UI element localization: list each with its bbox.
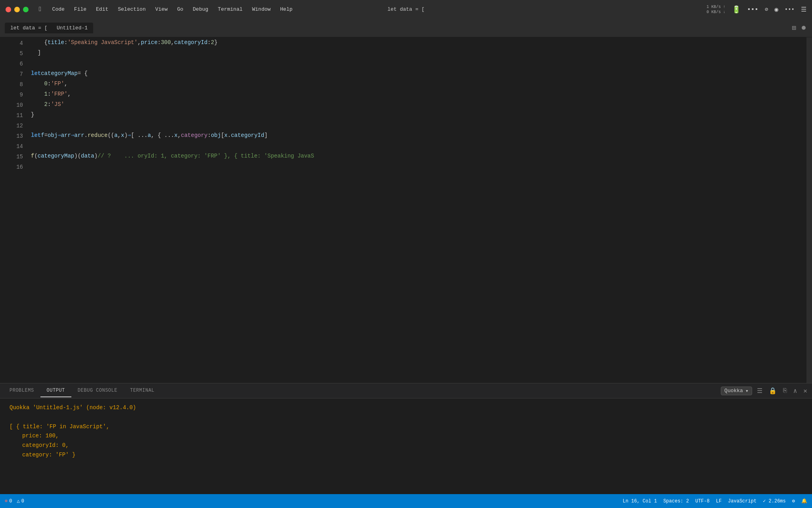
line-number-9: 9 — [0, 90, 23, 100]
code-line-10: 2 : 'JS' — [31, 99, 806, 110]
panel-actions: Quokka ▾ ☰ 🔒 ⎘ ∧ ✕ — [721, 386, 809, 396]
code-line-9: 1 : 'FRP' , — [31, 89, 806, 99]
maximize-button[interactable] — [23, 7, 29, 12]
more-icon: ••• — [785, 6, 795, 13]
bell-icon[interactable]: 🔔 — [801, 498, 807, 504]
window-title: let data = [ — [387, 6, 425, 12]
lock-icon[interactable]: 🔒 — [767, 386, 778, 396]
cursor-position[interactable]: Ln 16, Col 1 — [622, 498, 657, 504]
line-numbers: 4 5 6 7 8 9 10 11 12 13 14 15 16 — [0, 37, 28, 383]
code-line-6 — [31, 58, 806, 68]
quokka-label: Quokka — [724, 388, 743, 394]
error-icon: ⊗ — [5, 498, 8, 504]
close-button[interactable] — [6, 7, 11, 12]
code-line-7: let categoryMap = { — [31, 68, 806, 79]
quokka-dropdown[interactable]: Quokka ▾ — [721, 387, 752, 395]
close-panel-icon[interactable]: ✕ — [802, 386, 809, 396]
apple-menu[interactable]:  — [35, 4, 47, 15]
window-menu[interactable]: Window — [248, 5, 275, 14]
title-bar-right: 1 KB/s ↑0 KB/s ↓ 🔋 ▪▪▪ ⊘ ◉ ••• ☰ — [707, 4, 806, 15]
warning-count-label: 0 — [21, 498, 24, 504]
line-number-13: 13 — [0, 131, 23, 141]
file-menu[interactable]: File — [70, 5, 90, 14]
extensions-icon: ◉ — [774, 6, 778, 13]
code-area[interactable]: { title : 'Speaking JavaScript' , price … — [28, 37, 806, 383]
spaces-indicator[interactable]: Spaces: 2 — [663, 498, 689, 504]
minimize-button[interactable] — [14, 7, 20, 12]
code-line-16 — [31, 161, 806, 171]
terminal-menu[interactable]: Terminal — [214, 5, 246, 14]
line-number-5: 5 — [0, 48, 23, 59]
help-menu[interactable]: Help — [276, 5, 297, 14]
line-number-4: 4 — [0, 38, 23, 48]
tab-bar: let data = [ Untitled-1 ⊞ — [0, 19, 812, 37]
quokka-header: Quokka 'Untitled-1.js' (node: v12.4.0) — [10, 403, 802, 413]
code-menu[interactable]: Code — [48, 5, 69, 14]
tab-output[interactable]: OUTPUT — [40, 385, 71, 397]
panel-tab-bar: PROBLEMS OUTPUT DEBUG CONSOLE TERMINAL Q… — [0, 383, 812, 398]
edit-menu[interactable]: Edit — [92, 5, 112, 14]
language-indicator[interactable]: JavaScript — [728, 498, 756, 504]
output-line-3: categoryId: 0, — [10, 441, 802, 450]
line-number-7: 7 — [0, 69, 23, 79]
list-icon: ☰ — [801, 6, 806, 13]
editor: 4 5 6 7 8 9 10 11 12 13 14 15 16 { title… — [0, 37, 812, 383]
error-count-label: 0 — [9, 498, 12, 504]
view-menu[interactable]: View — [151, 5, 171, 14]
line-number-15: 15 — [0, 152, 23, 162]
line-number-14: 14 — [0, 141, 23, 152]
collapse-icon[interactable]: ∧ — [792, 386, 799, 396]
status-bar: ⊗ 0 △ 0 Ln 16, Col 1 Spaces: 2 UTF-8 LF … — [0, 494, 812, 508]
panel: PROBLEMS OUTPUT DEBUG CONSOLE TERMINAL Q… — [0, 383, 812, 494]
title-bar:  Code File Edit Selection View Go Debug… — [0, 0, 812, 19]
tab-bar-right: ⊞ — [792, 23, 806, 32]
status-right: Ln 16, Col 1 Spaces: 2 UTF-8 LF JavaScri… — [622, 498, 807, 504]
code-line-5: ] — [31, 48, 806, 58]
encoding-indicator[interactable]: UTF-8 — [695, 498, 710, 504]
code-line-13: let f = obj ⇒ arr ⇒ arr . reduce (( a , … — [31, 130, 806, 140]
editor-tab[interactable]: let data = [ Untitled-1 — [5, 23, 93, 33]
selection-menu[interactable]: Selection — [114, 5, 149, 14]
tab-problems[interactable]: PROBLEMS — [3, 385, 40, 397]
tab-debug-console[interactable]: DEBUG CONSOLE — [71, 385, 124, 397]
line-number-6: 6 — [0, 59, 23, 69]
line-number-12: 12 — [0, 121, 23, 131]
network-info: 1 KB/s ↑0 KB/s ↓ — [707, 4, 726, 15]
line-number-10: 10 — [0, 100, 23, 110]
notification-icon: ⊘ — [765, 6, 768, 13]
code-line-4: { title : 'Speaking JavaScript' , price … — [31, 37, 806, 48]
debug-menu[interactable]: Debug — [189, 5, 212, 14]
line-ending-indicator[interactable]: LF — [716, 498, 722, 504]
dirty-indicator — [802, 26, 806, 30]
battery-icon: 🔋 — [732, 5, 741, 14]
line-number-16: 16 — [0, 162, 23, 172]
output-line-4: category: 'FP' } — [10, 450, 802, 460]
split-editor-icon[interactable]: ⊞ — [792, 23, 796, 32]
quokka-status[interactable]: ✓ 2.26ms — [763, 498, 786, 504]
line-number-8: 8 — [0, 79, 23, 90]
error-count[interactable]: ⊗ 0 △ 0 — [5, 498, 24, 504]
settings-icon[interactable]: ⚙ — [792, 498, 795, 504]
traffic-lights — [0, 7, 29, 12]
output-line-2: price: 100, — [10, 431, 802, 441]
code-line-8: 0 : 'FP' , — [31, 79, 806, 89]
tab-terminal[interactable]: TERMINAL — [124, 385, 161, 397]
vertical-scrollbar[interactable] — [806, 37, 812, 383]
filter-icon[interactable]: ☰ — [755, 386, 764, 396]
go-menu[interactable]: Go — [173, 5, 188, 14]
line-number-11: 11 — [0, 110, 23, 121]
wifi-icon: ▪▪▪ — [747, 6, 758, 13]
code-line-11: } — [31, 110, 806, 120]
copy-icon[interactable]: ⎘ — [781, 387, 789, 395]
code-line-12 — [31, 120, 806, 130]
code-line-14 — [31, 140, 806, 151]
warning-icon: △ — [17, 498, 19, 504]
output-line-1: [ { title: 'FP in JavaScript', — [10, 422, 802, 432]
panel-content: Quokka 'Untitled-1.js' (node: v12.4.0) [… — [0, 398, 812, 495]
code-line-15: f ( categoryMap )( data ) // ? ... oryId… — [31, 151, 806, 161]
menu-bar:  Code File Edit Selection View Go Debug… — [29, 4, 297, 15]
chevron-down-icon: ▾ — [745, 388, 749, 394]
tab-title: let data = [ Untitled-1 — [10, 25, 88, 31]
